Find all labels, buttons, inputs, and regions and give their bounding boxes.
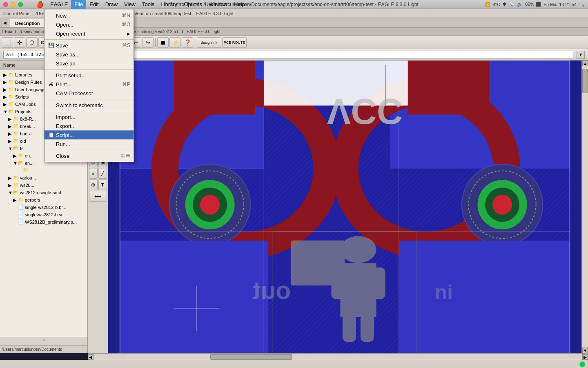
toolbar-hex-btn[interactable]: ⬡ (26, 37, 38, 48)
command-input[interactable] (58, 51, 573, 59)
menu-item-open-recent[interactable]: Open recent ▶ (45, 29, 134, 38)
menu-item-print-setup[interactable]: Print setup... (45, 71, 134, 80)
draw-menu[interactable]: Draw (102, 0, 121, 9)
menu-item-close[interactable]: Close ⌘W (45, 151, 134, 160)
scroll-up-btn[interactable]: ▲ (582, 61, 588, 66)
toolbar-stop-btn[interactable]: ⏹ (157, 37, 169, 48)
bottom-scrollbar[interactable]: ◀ ▶ (88, 353, 588, 360)
arrow-icon: ▶ (13, 153, 18, 159)
folder-open-icon: 📂 (13, 190, 19, 195)
system-icons: 📶 4°C ✱ 📡 🔊 86% ⬛ Fri Mar 14 21:54 🔍 (485, 2, 585, 7)
right-scrollbar[interactable]: ▲ ▼ (581, 61, 588, 353)
folder-icon: 📁 (13, 116, 19, 122)
sidebar-item-pdf-file[interactable]: 📄 WS2812B_preliminary.p... (0, 218, 87, 226)
pcb-canvas: VCC (108, 61, 581, 353)
tree-content[interactable]: ▶ 📁 Libraries ▶ 📁 Design Rules ▶ 📁 User … (0, 70, 87, 337)
tool-dim-btn[interactable]: ⟷ (89, 191, 107, 202)
menu-item-new[interactable]: New ⌘N (45, 11, 134, 20)
toolbar-select-btn[interactable]: ⬜ (2, 37, 13, 48)
scroll-left-btn[interactable]: ◀ (88, 354, 94, 360)
arrow-icon: ▼ (13, 161, 18, 166)
sidebar-item-red-folder[interactable]: 📁 (0, 167, 87, 174)
file-menu-trigger[interactable]: File (71, 0, 86, 9)
menu-item-print[interactable]: 🖨 Print... ⌘P (45, 80, 134, 89)
eagle-menu[interactable]: EAGLE (47, 0, 71, 9)
tool-pair-8: ● ╱ (89, 168, 107, 179)
sidebar-label-design-rules: Design Rules (15, 80, 42, 85)
search-icon[interactable]: 🔍 (579, 2, 585, 7)
menu-item-save-shortcut: ⌘S (122, 43, 130, 48)
sidebar-label-old: old (20, 139, 26, 144)
menu-item-save-all[interactable]: Save all (45, 59, 134, 68)
sidebar-item-various[interactable]: ▶ 📁 variou... (0, 174, 87, 182)
sidebar-label-various: variou... (20, 175, 36, 180)
menu-item-script[interactable]: 📋 Script... (45, 130, 134, 139)
menu-item-open-recent-label: Open recent (56, 31, 85, 37)
board-file-icon: 📄 (18, 204, 24, 210)
sidebar-item-ws2812b-single[interactable]: ▼ 📂 ws2812b-single-smd (0, 189, 87, 196)
sidebar-item-en2[interactable]: ▼ 📂 en... (0, 159, 87, 167)
folder-icon: 📁 (13, 131, 19, 137)
menu-item-export[interactable]: Export... (45, 121, 134, 130)
close-button[interactable] (3, 2, 8, 7)
menu-item-import[interactable]: Import... (45, 112, 134, 121)
toolbar-sep-4 (195, 38, 195, 47)
svg-text:VCC: VCC (327, 91, 403, 132)
tool-drill-btn[interactable]: ⊕ (89, 180, 98, 190)
sidebar-label-projects: Projects (15, 109, 31, 114)
menu-item-save[interactable]: 💾 Save ⌘S (45, 41, 134, 50)
menu-item-new-shortcut: ⌘N (122, 13, 130, 18)
bluetooth-icon: ✱ (503, 2, 506, 7)
maximize-button[interactable] (18, 2, 23, 7)
temp-display: 4°C (493, 2, 500, 7)
scroll-thumb[interactable] (582, 69, 588, 93)
toolbar-cross-btn[interactable]: ✛ (14, 37, 25, 48)
folder-icon: 📁 (8, 72, 14, 78)
cmd-dropdown-btn[interactable]: ▼ (577, 51, 585, 59)
toolbar-designlink-btn[interactable]: designlink (197, 37, 221, 48)
arrow-icon: ▶ (3, 80, 8, 85)
submenu-arrow-icon: ▶ (127, 31, 130, 36)
sidebar-label-scripts: Scripts (15, 94, 29, 99)
menu-item-switch-schematic[interactable]: Switch to schematic (45, 101, 134, 110)
menu-item-open[interactable]: Open... ⌘O (45, 20, 134, 29)
board-view[interactable]: VCC (108, 61, 581, 353)
tool-text-btn[interactable]: T (98, 180, 107, 190)
scroll-down-btn[interactable]: ▼ (582, 348, 588, 353)
menu-item-save-label: Save (56, 43, 68, 49)
menu-item-new-label: New (56, 13, 67, 19)
arrow-icon: ▶ (13, 197, 18, 203)
menu-item-run[interactable]: Run... (45, 139, 134, 148)
toolbar-help-btn[interactable]: ❓ (182, 37, 193, 48)
scroll-expand-btn[interactable]: ⌃ (0, 337, 87, 345)
sidebar-item-gerbers[interactable]: ▶ 📁 gerbers (0, 196, 87, 204)
tab-description[interactable]: Description (10, 19, 45, 27)
apple-menu[interactable]: 🍎 (33, 0, 47, 9)
menu-item-save-as[interactable]: Save as... (45, 50, 134, 59)
scroll-left-btn[interactable]: ◀ (2, 20, 8, 26)
arrow-icon: ▶ (8, 131, 13, 137)
sidebar-item-schema-file[interactable]: 📄 single-ws2812-b.sc... (0, 211, 87, 218)
tool-via-btn[interactable]: ● (89, 168, 98, 179)
sidebar-item-ws28[interactable]: ▶ 📁 ws28... (0, 182, 87, 189)
sidebar-label-break: break... (20, 124, 35, 129)
minimize-button[interactable] (11, 2, 16, 7)
menu-item-import-label: Import... (56, 114, 76, 120)
folder-icon: 📁 (13, 123, 19, 129)
menu-item-cam[interactable]: CAM Processor (45, 89, 134, 98)
menu-item-close-label: Close (56, 153, 69, 159)
tools-menu[interactable]: Tools (139, 0, 158, 9)
toolbar-drc-btn[interactable]: ⚡ (169, 37, 181, 48)
toolbar-pcbroute-btn[interactable]: PCB ROUTE (222, 37, 247, 48)
tool-route-btn[interactable]: ╱ (98, 168, 107, 179)
menu-item-print-label: Print... (56, 81, 71, 88)
toolbar-redo-btn[interactable]: ↪ (142, 37, 154, 48)
sidebar-footer: /Users/marcuslunden/Documents (0, 345, 87, 353)
sidebar-item-board-file[interactable]: 📄 single-ws2812-b.br... (0, 204, 87, 211)
menu-item-run-label: Run... (56, 141, 70, 147)
scroll-right-btn[interactable]: ▶ (582, 354, 588, 360)
menu-item-script-label: Script... (56, 132, 74, 138)
edit-menu[interactable]: Edit (86, 0, 102, 9)
h-scroll-thumb[interactable] (210, 354, 292, 360)
view-menu[interactable]: View (121, 0, 139, 9)
